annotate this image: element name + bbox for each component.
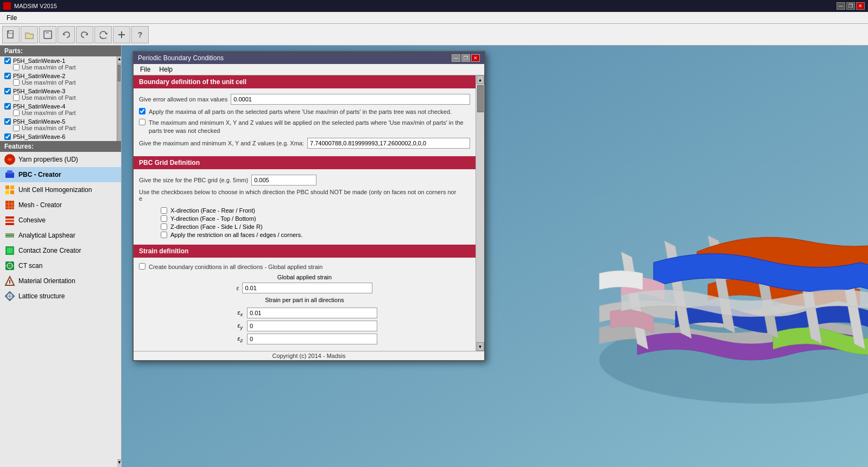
check1-label: Apply the maxima of all parts on the sel… bbox=[149, 108, 452, 116]
parts-title: Parts: bbox=[0, 46, 121, 56]
y-direction-label: Y-direction (Face - Top / Bottom) bbox=[170, 215, 256, 222]
part-sub-checkbox-2[interactable] bbox=[13, 79, 20, 86]
error-label: Give error allowed on max values bbox=[139, 96, 227, 103]
toolbar-redo[interactable] bbox=[76, 26, 93, 43]
parts-scrollbar: ▲ ▼ bbox=[117, 56, 121, 141]
toolbar-new[interactable] bbox=[2, 26, 20, 43]
modal-menu-help[interactable]: Help bbox=[155, 65, 177, 74]
modal-menu: File Help bbox=[134, 64, 484, 75]
part-checkbox-2[interactable] bbox=[4, 73, 11, 79]
toolbar-undo[interactable] bbox=[58, 26, 75, 43]
part-checkbox-3[interactable] bbox=[4, 88, 11, 94]
feature-item-yarn[interactable]: Yarn properties (UD) bbox=[0, 152, 121, 167]
check2-checkbox[interactable] bbox=[139, 119, 145, 125]
modal-menu-file[interactable]: File bbox=[136, 65, 155, 74]
modal-overlay: Periodic Boundary Conditions — ❐ ✕ File … bbox=[122, 46, 868, 467]
feature-item-cohesive[interactable]: Cohesive bbox=[0, 213, 121, 228]
feature-item-mesh[interactable]: Mesh - Creator bbox=[0, 197, 121, 213]
modal-body: Boundary definition of the unit cell Giv… bbox=[134, 75, 476, 351]
restore-button[interactable]: ❐ bbox=[846, 2, 855, 10]
modal-close-button[interactable]: ✕ bbox=[471, 54, 480, 62]
all-faces-checkbox[interactable] bbox=[161, 232, 167, 238]
strain-section-header: Strain definition bbox=[134, 245, 476, 258]
ct-scan-icon bbox=[4, 260, 15, 271]
lattice-icon bbox=[4, 291, 15, 302]
feature-item-ct-scan[interactable]: CT scan bbox=[0, 258, 121, 273]
menu-file[interactable]: File bbox=[2, 13, 21, 23]
epsilon-input[interactable] bbox=[242, 283, 372, 293]
strain-input-y[interactable] bbox=[247, 321, 377, 331]
part-sub-label-5: Use max/min of Part bbox=[22, 125, 76, 131]
title-bar: MADSIM V2015 — ❐ ✕ bbox=[0, 0, 868, 12]
part-sub-checkbox-4[interactable] bbox=[13, 110, 20, 116]
close-button[interactable]: ✕ bbox=[856, 2, 865, 10]
check1-checkbox[interactable] bbox=[139, 108, 145, 114]
minimize-button[interactable]: — bbox=[837, 2, 845, 10]
strain-input-z[interactable] bbox=[247, 334, 377, 344]
boundary-section: Give error allowed on max values Apply t… bbox=[134, 89, 476, 156]
z-direction-checkbox[interactable] bbox=[161, 223, 167, 230]
feature-label-yarn: Yarn properties (UD) bbox=[18, 156, 78, 163]
part-sub-label-4: Use max/min of Part bbox=[22, 110, 76, 116]
feature-item-lapshear[interactable]: Analytical Lapshear bbox=[0, 228, 121, 243]
feature-item-unit-cell[interactable]: Unit Cell Homogenization bbox=[0, 182, 121, 197]
svg-rect-12 bbox=[5, 190, 9, 194]
features-list: Yarn properties (UD) PBC - Creator Unit … bbox=[0, 152, 121, 467]
contact-zone-icon bbox=[4, 245, 15, 256]
x-direction-row: X-direction (Face - Rear / Front) bbox=[161, 207, 448, 214]
svg-rect-21 bbox=[5, 223, 14, 225]
list-item: P5H_SatinWeave-3 Use max/min of Part bbox=[0, 87, 117, 102]
global-check-checkbox[interactable] bbox=[139, 263, 145, 270]
toolbar-rotate[interactable] bbox=[94, 26, 112, 43]
part-sub-checkbox-3[interactable] bbox=[13, 94, 20, 101]
z-direction-label: Z-direction (Face - Side L / Side R) bbox=[170, 223, 263, 230]
feature-item-material[interactable]: Material Orientation bbox=[0, 273, 121, 289]
svg-rect-4 bbox=[46, 35, 50, 38]
part-sub-checkbox-5[interactable] bbox=[13, 125, 20, 131]
part-sub-checkbox-1[interactable] bbox=[13, 64, 20, 71]
global-label: Global applied strain bbox=[139, 274, 470, 280]
modal-content-wrapper: Boundary definition of the unit cell Giv… bbox=[134, 75, 484, 351]
svg-rect-19 bbox=[5, 216, 14, 219]
toolbar-help[interactable]: ? bbox=[131, 26, 149, 43]
part-checkbox-4[interactable] bbox=[4, 103, 11, 110]
modal-restore-button[interactable]: ❐ bbox=[461, 54, 470, 62]
toolbar-save[interactable] bbox=[39, 26, 56, 43]
global-check-label: Create boundary conidtions in all direct… bbox=[149, 263, 322, 271]
part-checkbox-5[interactable] bbox=[4, 118, 11, 125]
part-name-4: P5H_SatinWeave-4 bbox=[13, 103, 65, 110]
pbc-size-row: Give the size for the PBC grid (e.g. 5mm… bbox=[139, 175, 470, 185]
part-checkbox-6[interactable] bbox=[4, 133, 11, 140]
y-direction-checkbox[interactable] bbox=[161, 215, 167, 222]
z-direction-row: Z-direction (Face - Side L / Side R) bbox=[161, 223, 448, 230]
error-row: Give error allowed on max values bbox=[139, 94, 470, 105]
xyz-input[interactable] bbox=[307, 138, 470, 149]
strain-input-x[interactable] bbox=[247, 308, 377, 318]
error-input[interactable] bbox=[231, 94, 470, 105]
feature-item-lattice[interactable]: Lattice structure bbox=[0, 289, 121, 304]
left-panel: Parts: P5H_SatinWeave-1 Use max/min of P… bbox=[0, 46, 122, 467]
toolbar-open[interactable] bbox=[21, 26, 38, 43]
strain-row-x: εx bbox=[150, 308, 459, 318]
scroll-track bbox=[477, 84, 484, 342]
part-name-3: P5H_SatinWeave-3 bbox=[13, 88, 65, 94]
x-direction-checkbox[interactable] bbox=[161, 207, 167, 214]
scroll-down-button[interactable]: ▼ bbox=[477, 342, 484, 351]
feature-item-pbc[interactable]: PBC - Creator bbox=[0, 167, 121, 182]
part-checkbox-1[interactable] bbox=[4, 57, 11, 64]
epsilon-label: ε bbox=[237, 285, 239, 291]
per-part-label: Strain per part in all directions bbox=[139, 297, 470, 303]
scroll-up-button[interactable]: ▲ bbox=[477, 75, 484, 84]
features-title: Features: bbox=[0, 141, 121, 152]
list-item: P5H_SatinWeave-4 Use max/min of Part bbox=[0, 102, 117, 117]
check2-label: The maximum and minimum X, Y and Z value… bbox=[149, 119, 470, 135]
scroll-thumb[interactable] bbox=[477, 85, 484, 112]
svg-rect-20 bbox=[5, 220, 14, 222]
feature-label-contact-zone: Contact Zone Creator bbox=[18, 247, 81, 254]
window-controls: — ❐ ✕ bbox=[837, 2, 865, 10]
feature-item-contact-zone[interactable]: Contact Zone Creator bbox=[0, 243, 121, 258]
part-name-6: P5H_SatinWeave-6 bbox=[13, 133, 65, 140]
pbc-size-input[interactable] bbox=[251, 175, 316, 185]
modal-minimize-button[interactable]: — bbox=[452, 54, 460, 62]
toolbar-add[interactable] bbox=[113, 26, 130, 43]
